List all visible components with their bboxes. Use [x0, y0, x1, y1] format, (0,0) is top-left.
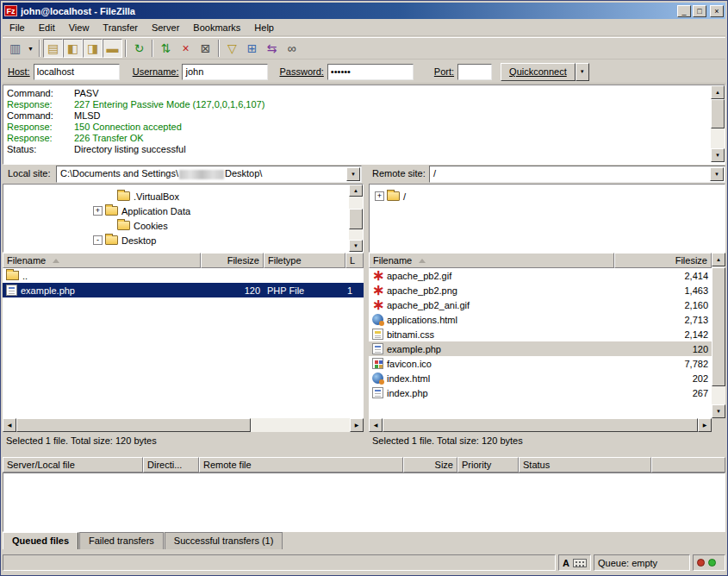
cancel-button[interactable]: ×: [176, 39, 196, 58]
remote-file-row[interactable]: applications.html2,713: [369, 312, 712, 327]
local-file-row[interactable]: example.php 120 PHP File 1: [3, 283, 364, 297]
menu-server[interactable]: Server: [145, 21, 186, 34]
remote-file-row[interactable]: favicon.ico7,782: [369, 356, 712, 371]
remote-list-hscrollbar[interactable]: [369, 418, 712, 432]
scroll-thumb[interactable]: [712, 267, 725, 386]
find-button[interactable]: ∞: [282, 39, 302, 58]
remote-list-scrollbar[interactable]: [712, 253, 725, 418]
menu-view[interactable]: View: [62, 21, 96, 34]
column-header-filesize[interactable]: Filesize: [201, 253, 264, 268]
scroll-left-icon[interactable]: [369, 418, 383, 432]
scroll-up-icon[interactable]: [349, 185, 363, 197]
tree-expander-icon[interactable]: [105, 221, 115, 230]
remote-file-row[interactable]: index.php267: [369, 385, 712, 400]
tree-expander-icon[interactable]: +: [93, 206, 103, 216]
local-site-combo[interactable]: C:\Documents and Settings\Desktop\ ▼: [56, 166, 362, 183]
minimize-button[interactable]: _: [677, 5, 691, 17]
log-text: 227 Entering Passive Mode (127,0,0,1,6,1…: [74, 99, 264, 110]
remote-tree-toggle-button[interactable]: ◨: [83, 39, 103, 58]
scroll-left-icon[interactable]: [3, 418, 16, 432]
remote-file-row[interactable]: index.html202: [369, 371, 712, 385]
column-header-size[interactable]: Size: [403, 457, 457, 473]
file-type: [264, 268, 345, 283]
log-scrollbar[interactable]: [711, 85, 725, 162]
tree-expander-icon[interactable]: [105, 191, 115, 201]
column-header-status[interactable]: Status: [519, 457, 651, 473]
column-header-remote-file[interactable]: Remote file: [199, 457, 403, 473]
remote-file-row[interactable]: bitnami.css2,142: [369, 327, 712, 341]
tree-item[interactable]: +Application Data: [3, 203, 363, 218]
dropdown-arrow-icon[interactable]: ▼: [710, 167, 724, 181]
column-header-filename[interactable]: Filename: [369, 253, 614, 268]
menu-file[interactable]: File: [3, 21, 32, 34]
tree-item[interactable]: .VirtualBox: [3, 189, 363, 203]
tree-item-label: .VirtualBox: [134, 191, 179, 202]
host-input[interactable]: [34, 64, 120, 80]
queue-list[interactable]: [3, 473, 725, 532]
titlebar[interactable]: Fz john@localhost - FileZilla _ □ ×: [3, 3, 725, 19]
column-header-server-local-file[interactable]: Server/Local file: [3, 457, 143, 473]
local-tree-toggle-button[interactable]: ◧: [63, 39, 83, 58]
scroll-down-icon[interactable]: [349, 240, 363, 252]
tree-expander-icon[interactable]: -: [93, 235, 103, 245]
quickconnect-dropdown-button[interactable]: ▼: [576, 63, 589, 81]
scroll-thumb[interactable]: [349, 209, 363, 229]
tree-item[interactable]: Cookies: [3, 218, 363, 233]
column-header-filename[interactable]: Filename: [3, 253, 201, 268]
tab-queued-files[interactable]: Queued files: [3, 532, 78, 549]
site-manager-button[interactable]: ▥: [5, 39, 25, 58]
local-file-row[interactable]: ..: [3, 268, 364, 283]
scroll-up-icon[interactable]: [711, 85, 725, 99]
scroll-right-icon[interactable]: [698, 418, 712, 432]
queue-toggle-button[interactable]: ▬: [103, 39, 122, 58]
css-file-icon: [372, 329, 383, 340]
site-manager-dropdown-button[interactable]: ▼: [25, 39, 36, 58]
remote-site-combo[interactable]: / ▼: [429, 166, 725, 183]
filter-button[interactable]: ▽: [222, 39, 242, 58]
compare-button[interactable]: ⊞: [242, 39, 262, 58]
column-header-last-modified[interactable]: L: [345, 253, 364, 268]
column-header-priority[interactable]: Priority: [457, 457, 519, 473]
menu-edit[interactable]: Edit: [32, 21, 62, 34]
scroll-down-icon[interactable]: [711, 148, 725, 162]
keyboard-icon[interactable]: [573, 559, 587, 567]
scroll-thumb[interactable]: [16, 418, 251, 432]
local-list-hscrollbar[interactable]: [3, 418, 364, 432]
remote-file-row[interactable]: apache_pb2.png1,463: [369, 283, 712, 297]
quickconnect-button[interactable]: Quickconnect: [501, 63, 576, 81]
password-input[interactable]: [327, 64, 414, 80]
tab-successful-transfers[interactable]: Successful transfers (1): [165, 532, 283, 549]
menu-bookmarks[interactable]: Bookmarks: [186, 21, 247, 34]
column-header-direction[interactable]: Directi...: [143, 457, 199, 473]
site-manager-icon: ▥: [9, 41, 21, 55]
scroll-thumb[interactable]: [711, 99, 725, 128]
remote-file-row[interactable]: apache_pb2_ani.gif2,160: [369, 297, 712, 312]
menu-transfer[interactable]: Transfer: [96, 21, 145, 34]
menu-help[interactable]: Help: [247, 21, 281, 34]
sync-browse-button[interactable]: ⇆: [262, 39, 282, 58]
tree-item[interactable]: -Desktop: [3, 233, 363, 247]
remote-file-row[interactable]: apache_pb2.gif2,414: [369, 268, 712, 283]
local-tree-scrollbar[interactable]: [349, 185, 363, 252]
message-log-toggle-button[interactable]: ▤: [43, 39, 63, 58]
column-header-filesize[interactable]: Filesize: [614, 253, 712, 268]
process-queue-button[interactable]: ⇅: [156, 39, 176, 58]
scroll-up-icon[interactable]: [712, 253, 725, 266]
dropdown-arrow-icon[interactable]: ▼: [346, 167, 360, 181]
scroll-thumb[interactable]: [383, 418, 698, 432]
tab-failed-transfers[interactable]: Failed transfers: [79, 532, 164, 549]
scroll-down-icon[interactable]: [712, 404, 725, 418]
username-input[interactable]: [182, 64, 268, 80]
column-header-filetype[interactable]: Filetype: [264, 253, 345, 268]
scroll-right-icon[interactable]: [350, 418, 364, 432]
tree-item[interactable]: +/: [370, 189, 725, 203]
tree-expander-icon[interactable]: +: [375, 191, 384, 201]
close-button[interactable]: ×: [710, 5, 724, 17]
remote-file-row[interactable]: example.php120: [369, 341, 712, 356]
disconnect-button[interactable]: ⊠: [196, 39, 215, 58]
file-name: apache_pb2_ani.gif: [387, 300, 470, 310]
transfer-type-indicator-icon[interactable]: A: [563, 558, 569, 568]
port-input[interactable]: [457, 64, 492, 80]
refresh-button[interactable]: ↻: [129, 39, 149, 58]
maximize-button[interactable]: □: [693, 5, 706, 17]
